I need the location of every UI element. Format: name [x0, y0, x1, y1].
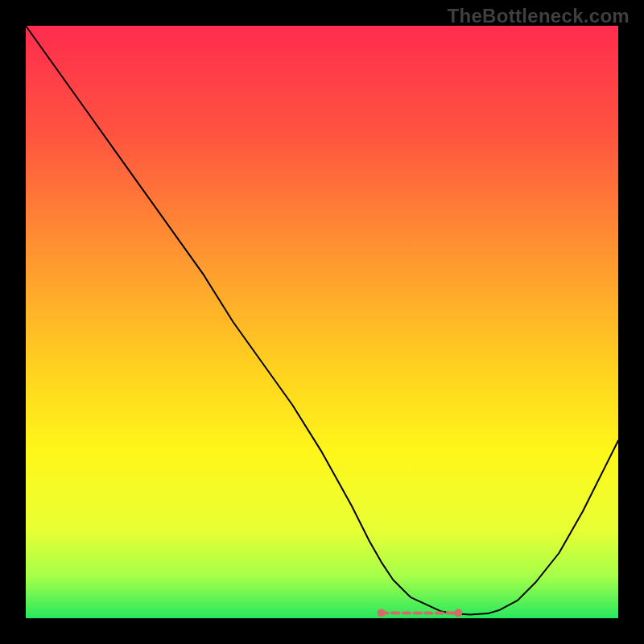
- watermark-text: TheBottleneck.com: [448, 5, 630, 27]
- bottleneck-chart: [0, 0, 644, 644]
- plot-background: [26, 26, 618, 618]
